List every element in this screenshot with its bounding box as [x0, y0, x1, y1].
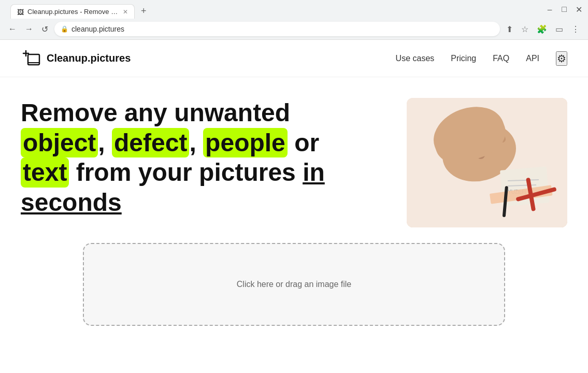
- extensions-button[interactable]: 🧩: [535, 22, 549, 36]
- hero-word-object: object: [21, 128, 98, 158]
- product-svg: YUZEFI: [407, 98, 567, 227]
- menu-button[interactable]: ⋮: [569, 22, 582, 36]
- address-bar: ← → ↺ 🔒 cleanup.pictures ⬆ ☆ 🧩 ▭ ⋮: [0, 19, 588, 39]
- hero-comma1: ,: [98, 129, 105, 156]
- dropzone-label: Click here or drag an image file: [237, 280, 351, 289]
- hero-line2: from your pictures: [76, 159, 303, 186]
- browser-chrome: 🖼 Cleanup.pictures - Remove objec ✕ + ‒ …: [0, 0, 588, 40]
- browser-actions: ⬆ ☆ 🧩 ▭ ⋮: [504, 22, 582, 36]
- new-tab-button[interactable]: +: [137, 4, 151, 19]
- forward-button[interactable]: →: [23, 22, 35, 36]
- logo-icon: [21, 48, 41, 69]
- share-button[interactable]: ⬆: [504, 22, 515, 36]
- hero-word-defect: defect: [112, 128, 189, 158]
- nav-faq[interactable]: FAQ: [493, 54, 509, 63]
- dropzone-wrapper: Click here or drag an image file: [0, 243, 588, 347]
- hero-word-text: text: [21, 157, 69, 188]
- nav-pricing[interactable]: Pricing: [451, 54, 476, 63]
- url-text: cleanup.pictures: [71, 25, 124, 33]
- lock-icon: 🔒: [61, 25, 68, 33]
- logo[interactable]: Cleanup.pictures: [21, 48, 131, 69]
- hero-text: Remove any unwanted object, defect, peop…: [21, 98, 386, 217]
- back-button[interactable]: ←: [6, 22, 19, 36]
- product-photo: YUZEFI: [407, 98, 567, 227]
- nav-links: Use cases Pricing FAQ API ⚙: [396, 51, 567, 66]
- url-bar[interactable]: 🔒 cleanup.pictures: [54, 22, 500, 36]
- settings-button[interactable]: ⚙: [556, 51, 567, 66]
- hero-heading: Remove any unwanted object, defect, peop…: [21, 98, 386, 217]
- hero-section: Remove any unwanted object, defect, peop…: [0, 77, 588, 243]
- tab-favicon: 🖼: [17, 8, 24, 16]
- active-tab[interactable]: 🖼 Cleanup.pictures - Remove objec ✕: [10, 4, 135, 19]
- window-controls: ‒ □ ✕: [547, 6, 582, 12]
- tab-close-button[interactable]: ✕: [123, 8, 128, 16]
- page-content: Cleanup.pictures Use cases Pricing FAQ A…: [0, 40, 588, 347]
- close-button[interactable]: ✕: [576, 6, 582, 12]
- hero-comma2: ,: [189, 129, 196, 156]
- reload-button[interactable]: ↺: [39, 22, 50, 36]
- nav-api[interactable]: API: [526, 54, 539, 63]
- nav-use-cases[interactable]: Use cases: [396, 54, 435, 63]
- minimize-button[interactable]: ‒: [547, 6, 553, 12]
- hero-line1: Remove any unwanted: [21, 99, 290, 126]
- hero-image: YUZEFI: [407, 98, 567, 227]
- hero-seconds: seconds: [21, 189, 122, 216]
- hero-word-people: people: [203, 128, 288, 158]
- hero-or: or: [294, 129, 319, 156]
- maximize-button[interactable]: □: [561, 6, 567, 12]
- tab-title: Cleanup.pictures - Remove objec: [27, 8, 120, 16]
- hero-in: in: [303, 159, 325, 186]
- file-dropzone[interactable]: Click here or drag an image file: [83, 243, 505, 326]
- logo-text: Cleanup.pictures: [47, 52, 131, 64]
- svg-point-6: [477, 151, 485, 159]
- sidebar-button[interactable]: ▭: [553, 22, 565, 36]
- bookmark-button[interactable]: ☆: [519, 22, 530, 36]
- title-bar: 🖼 Cleanup.pictures - Remove objec ✕ + ‒ …: [0, 0, 588, 19]
- tab-bar: 🖼 Cleanup.pictures - Remove objec ✕ +: [6, 0, 155, 19]
- navbar: Cleanup.pictures Use cases Pricing FAQ A…: [0, 40, 588, 77]
